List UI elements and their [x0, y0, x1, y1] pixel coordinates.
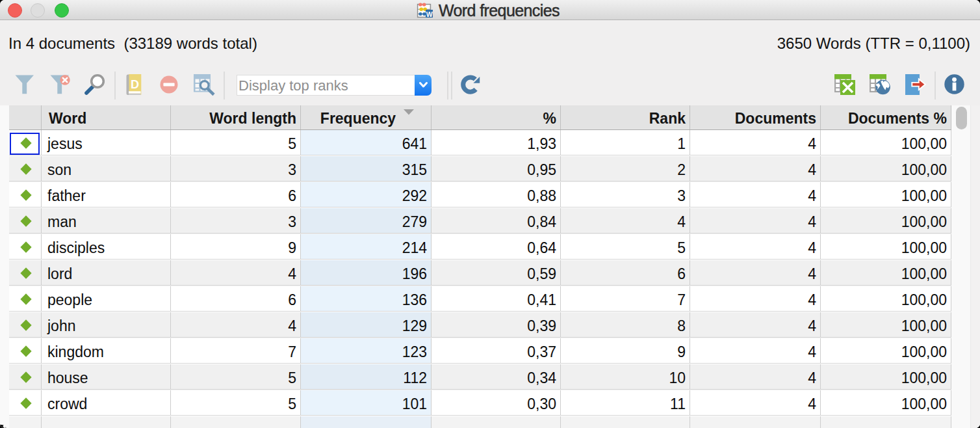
svg-text:W: W	[426, 10, 433, 18]
svg-text:D: D	[131, 78, 139, 91]
